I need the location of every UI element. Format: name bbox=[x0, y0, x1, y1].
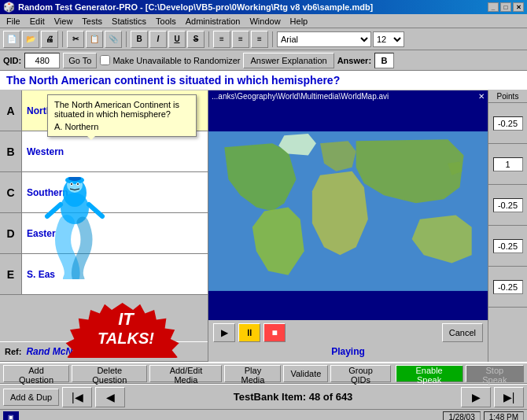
nav-last-button[interactable]: ▶| bbox=[494, 387, 524, 407]
align-center-button[interactable]: ≡ bbox=[232, 31, 249, 48]
nav-prev-button[interactable]: ◀ bbox=[95, 387, 125, 407]
it-talks-burst: IT TALKS! bbox=[63, 303, 189, 359]
playing-status: Playing bbox=[213, 344, 483, 359]
font-select[interactable]: Arial bbox=[277, 31, 371, 47]
copy-button[interactable]: 📋 bbox=[86, 31, 103, 48]
underline-button[interactable]: U bbox=[168, 31, 186, 48]
menu-view[interactable]: View bbox=[50, 16, 78, 27]
stop-speak-button[interactable]: Stop Speak bbox=[466, 365, 524, 382]
svg-line-5 bbox=[47, 204, 61, 216]
menu-help[interactable]: Help bbox=[286, 16, 313, 27]
ref-label: Ref: bbox=[5, 347, 21, 356]
map-panel: ...anks\Geography\World\Multimedia\World… bbox=[208, 90, 488, 362]
menu-administration[interactable]: Administration bbox=[181, 16, 245, 27]
map-close-icon[interactable]: ✕ bbox=[478, 92, 485, 101]
points-row-c[interactable] bbox=[488, 185, 527, 226]
title-bar: 🎲 Random Test Generator-PRO - [C:\Develo… bbox=[0, 0, 527, 14]
svg-text:TALKS!: TALKS! bbox=[98, 330, 154, 347]
minimize-button[interactable]: _ bbox=[488, 2, 499, 12]
add-dup-button[interactable]: Add & Dup bbox=[3, 389, 59, 406]
add-question-button[interactable]: Add Question bbox=[3, 365, 69, 382]
menu-edit[interactable]: Edit bbox=[25, 16, 50, 27]
new-button[interactable]: 📄 bbox=[3, 31, 20, 48]
cut-button[interactable]: ✂ bbox=[67, 31, 84, 48]
qid-value[interactable]: 480 bbox=[24, 53, 60, 68]
points-header: Points bbox=[488, 90, 527, 103]
status-bar: ▣ 1/28/03 1:48 PM bbox=[0, 409, 527, 420]
maximize-button[interactable]: □ bbox=[500, 2, 511, 12]
answers-panel: The North American Continent is situated… bbox=[0, 90, 208, 362]
speech-bubble-question: The North American Continent is situated… bbox=[54, 100, 190, 119]
answer-value: B bbox=[374, 53, 394, 68]
stop-button[interactable]: ■ bbox=[264, 323, 286, 342]
font-size-select[interactable]: 12 bbox=[373, 31, 404, 47]
answer-letter-d: D bbox=[0, 213, 22, 253]
play-button[interactable]: ▶ bbox=[213, 323, 235, 342]
map-area bbox=[208, 102, 488, 320]
open-button[interactable]: 📂 bbox=[22, 31, 39, 48]
svg-text:IT: IT bbox=[118, 309, 135, 329]
cancel-button[interactable]: Cancel bbox=[442, 323, 483, 342]
validate-button[interactable]: Validate bbox=[283, 365, 328, 382]
add-edit-media-button[interactable]: Add/Edit Media bbox=[149, 365, 222, 382]
toolbar-separator-1 bbox=[62, 31, 63, 47]
speech-bubble-answer: A. Northern bbox=[54, 122, 190, 131]
world-map-svg bbox=[208, 102, 488, 320]
unavailable-checkbox-label[interactable]: Make Unavailable to Randomizer bbox=[100, 55, 240, 65]
menu-statistics[interactable]: Statistics bbox=[107, 16, 151, 27]
answer-text-b[interactable]: Western bbox=[22, 131, 208, 171]
paste-button[interactable]: 📎 bbox=[105, 31, 122, 48]
media-control-bar: ▶ ⏸ ■ Cancel Playing bbox=[208, 320, 488, 362]
goto-button[interactable]: Go To bbox=[63, 53, 97, 68]
points-input-e[interactable] bbox=[493, 280, 523, 294]
status-time: 1:48 PM bbox=[484, 411, 524, 421]
points-input-b[interactable] bbox=[493, 157, 523, 171]
group-qids-button[interactable]: Group QIDs bbox=[330, 365, 390, 382]
question-text: The North American continent is situated… bbox=[0, 71, 527, 90]
window-title: Random Test Generator-PRO - [C:\Develop\… bbox=[18, 2, 373, 12]
answer-letter-b: B bbox=[0, 131, 22, 171]
points-row-a[interactable] bbox=[488, 103, 527, 144]
menu-tools[interactable]: Tools bbox=[151, 16, 181, 27]
qid-row: QID: 480 Go To Make Unavailable to Rando… bbox=[0, 50, 527, 71]
answer-explanation-button[interactable]: Answer Explanation bbox=[243, 53, 334, 68]
nav-info: TestBank Item: 48 of 643 bbox=[128, 391, 458, 403]
nav-next-button[interactable]: ▶ bbox=[461, 387, 491, 407]
points-input-a[interactable] bbox=[493, 116, 523, 131]
nav-bar: Add & Dup |◀ ◀ TestBank Item: 48 of 643 … bbox=[0, 384, 527, 409]
unavailable-checkbox[interactable] bbox=[100, 55, 110, 65]
nav-first-button[interactable]: |◀ bbox=[62, 387, 92, 407]
bold-button[interactable]: B bbox=[131, 31, 148, 48]
pause-button[interactable]: ⏸ bbox=[238, 323, 260, 342]
map-path: ...anks\Geography\World\Multimedia\World… bbox=[212, 92, 389, 101]
menu-bar: File Edit View Tests Statistics Tools Ad… bbox=[0, 14, 527, 28]
align-right-button[interactable]: ≡ bbox=[251, 31, 268, 48]
map-title-bar: ...anks\Geography\World\Multimedia\World… bbox=[208, 90, 488, 102]
app-icon: 🎲 bbox=[3, 2, 15, 13]
align-left-button[interactable]: ≡ bbox=[213, 31, 230, 48]
toolbar-separator-4 bbox=[272, 31, 273, 47]
points-row-b[interactable] bbox=[488, 144, 527, 185]
menu-file[interactable]: File bbox=[2, 16, 25, 27]
close-button[interactable]: ✕ bbox=[513, 2, 524, 12]
print-button[interactable]: 🖨 bbox=[41, 31, 58, 48]
menu-window[interactable]: Window bbox=[245, 16, 285, 27]
points-panel: Points bbox=[488, 90, 527, 362]
genie-svg bbox=[43, 177, 106, 279]
points-row-e[interactable] bbox=[488, 267, 527, 308]
italic-button[interactable]: I bbox=[149, 31, 167, 48]
points-input-d[interactable] bbox=[493, 239, 523, 253]
points-input-c[interactable] bbox=[493, 198, 523, 212]
qid-label: QID: bbox=[3, 56, 21, 65]
menu-tests[interactable]: Tests bbox=[77, 16, 107, 27]
play-media-button[interactable]: Play Media bbox=[224, 365, 281, 382]
points-row-d[interactable] bbox=[488, 226, 527, 267]
svg-point-10 bbox=[77, 183, 79, 185]
enable-speak-button[interactable]: Enable Speak bbox=[396, 365, 463, 382]
strikethrough-button[interactable]: S bbox=[187, 31, 205, 48]
delete-question-button[interactable]: Delete Question bbox=[72, 365, 147, 382]
bottom-toolbar: Add Question Delete Question Add/Edit Me… bbox=[0, 362, 527, 384]
answer-row-b[interactable]: B Western bbox=[0, 131, 208, 172]
status-date: 1/28/03 bbox=[443, 411, 480, 421]
toolbar-separator-2 bbox=[126, 31, 127, 47]
